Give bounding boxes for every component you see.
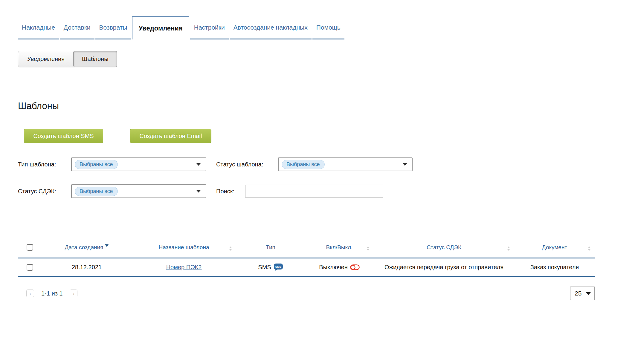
selected-all-pill: Выбраны все	[282, 160, 325, 169]
row-checkbox-cell	[18, 264, 42, 271]
cdek-status-select[interactable]: Выбраны все	[71, 184, 206, 198]
row-checkbox[interactable]	[27, 264, 33, 271]
page-title: Шаблоны	[18, 101, 644, 111]
selected-all-pill: Выбраны все	[75, 187, 118, 196]
column-label: Тип	[266, 244, 275, 250]
tab-label: Уведомления	[138, 24, 182, 32]
row-on-off-text: Выключен	[319, 264, 348, 271]
row-document-cell: Заказ покупателя	[514, 264, 595, 271]
tab-label: Автосоздание накладных	[234, 24, 308, 31]
toggle-off-icon[interactable]	[350, 264, 360, 270]
header-checkbox-cell	[18, 244, 42, 251]
column-label: Документ	[542, 244, 567, 250]
pagination: ‹ 1-1 из 1 ›	[26, 290, 77, 297]
tab-vozvraty[interactable]: Возвраты	[95, 16, 131, 39]
column-header-on-off[interactable]: Вкл/Выкл.	[305, 244, 374, 251]
selected-all-pill: Выбраны все	[75, 160, 118, 169]
tab-label: Доставки	[64, 24, 91, 31]
column-label: Название шаблона	[159, 244, 209, 250]
column-header-type[interactable]: Тип	[236, 244, 305, 251]
sms-bubble-icon: SMS	[274, 263, 283, 271]
view-toggle-notifications-button[interactable]: Уведомления	[18, 51, 74, 67]
sort-desc-icon	[105, 244, 109, 247]
template-type-select[interactable]: Выбраны все	[71, 157, 206, 171]
column-label: Дата создания	[65, 244, 103, 250]
row-name-cell: Номер ПЭК2	[132, 264, 236, 271]
template-status-select[interactable]: Выбраны все	[278, 157, 413, 171]
create-sms-template-button[interactable]: Создать шаблон SMS	[24, 129, 103, 143]
tab-label: Настройки	[194, 24, 225, 31]
search-input[interactable]	[245, 185, 383, 198]
row-date-cell: 28.12.2021	[42, 264, 132, 271]
select-all-checkbox[interactable]	[27, 244, 33, 251]
sms-bubble-text: SMS	[275, 265, 281, 268]
tab-avtosozdanie[interactable]: Автосоздание накладных	[230, 16, 312, 39]
row-cdek-status-cell: Ожидается передача груза от отправителя	[374, 264, 514, 271]
view-toggle: Уведомления Шаблоны	[18, 51, 117, 67]
tab-label: Помощь	[316, 24, 341, 31]
filters: Тип шаблона: Выбраны все Статус шаблона:…	[18, 157, 644, 198]
filter-row-2: Статус СДЭК: Выбраны все Поиск:	[18, 184, 644, 198]
view-toggle-label: Шаблоны	[82, 56, 108, 62]
table-row: 28.12.2021 Номер ПЭК2 SMS SMS Выключен	[18, 258, 595, 277]
view-toggle-label: Уведомления	[27, 56, 65, 62]
column-header-date[interactable]: Дата создания	[42, 244, 132, 251]
tab-uvedomleniya-active[interactable]: Уведомления	[132, 16, 189, 39]
filter-row-1: Тип шаблона: Выбраны все Статус шаблона:…	[18, 157, 644, 171]
column-header-cdek-status[interactable]: Статус СДЭК	[374, 244, 514, 251]
tab-dostavki[interactable]: Доставки	[60, 16, 94, 39]
template-name-link[interactable]: Номер ПЭК2	[166, 264, 202, 270]
sort-icon[interactable]	[588, 246, 591, 251]
chevron-down-icon	[586, 292, 591, 295]
chevron-right-icon: ›	[73, 291, 75, 296]
prev-page-button[interactable]: ‹	[26, 290, 34, 297]
column-header-document[interactable]: Документ	[514, 244, 595, 251]
column-label: Вкл/Выкл.	[326, 244, 353, 250]
tab-nakladnye[interactable]: Накладные	[18, 16, 59, 39]
template-type-label: Тип шаблона:	[18, 161, 71, 168]
template-status-label: Статус шаблона:	[216, 161, 278, 168]
sort-icon[interactable]	[367, 246, 370, 251]
toolbar: Создать шаблон SMS Создать шаблон Email	[18, 129, 644, 143]
search-label: Поиск:	[216, 188, 245, 195]
column-header-name[interactable]: Название шаблона	[132, 244, 236, 251]
row-on-off-cell: Выключен	[305, 264, 374, 271]
table-footer: ‹ 1-1 из 1 › 25	[18, 287, 595, 300]
tab-label: Накладные	[22, 24, 55, 31]
table-header-row: Дата создания Название шаблона Тип Вкл/В…	[18, 237, 595, 258]
tab-label: Возвраты	[99, 24, 127, 31]
row-type-text: SMS	[258, 264, 271, 271]
chevron-left-icon: ‹	[29, 291, 31, 296]
page-size-value: 25	[575, 290, 582, 297]
sort-icon[interactable]	[507, 246, 510, 251]
cdek-status-label: Статус СДЭК:	[18, 188, 71, 195]
sort-icon[interactable]	[229, 246, 232, 251]
row-type-cell: SMS SMS	[236, 263, 305, 271]
templates-table: Дата создания Название шаблона Тип Вкл/В…	[18, 237, 595, 277]
chevron-down-icon	[196, 190, 201, 193]
create-email-template-button[interactable]: Создать шаблон Email	[130, 129, 211, 143]
tab-pomosch[interactable]: Помощь	[312, 16, 344, 39]
view-toggle-templates-button[interactable]: Шаблоны	[73, 51, 117, 67]
column-label: Статус СДЭК	[427, 244, 461, 250]
chevron-down-icon	[196, 163, 201, 166]
next-page-button[interactable]: ›	[70, 290, 77, 297]
pagination-range-info: 1-1 из 1	[41, 290, 62, 297]
tab-nastroyki[interactable]: Настройки	[190, 16, 229, 39]
page-size-select[interactable]: 25	[570, 287, 595, 300]
chevron-down-icon	[402, 163, 407, 166]
page: Накладные Доставки Возвраты Уведомления …	[0, 0, 644, 300]
tab-bar: Накладные Доставки Возвраты Уведомления …	[18, 16, 345, 39]
